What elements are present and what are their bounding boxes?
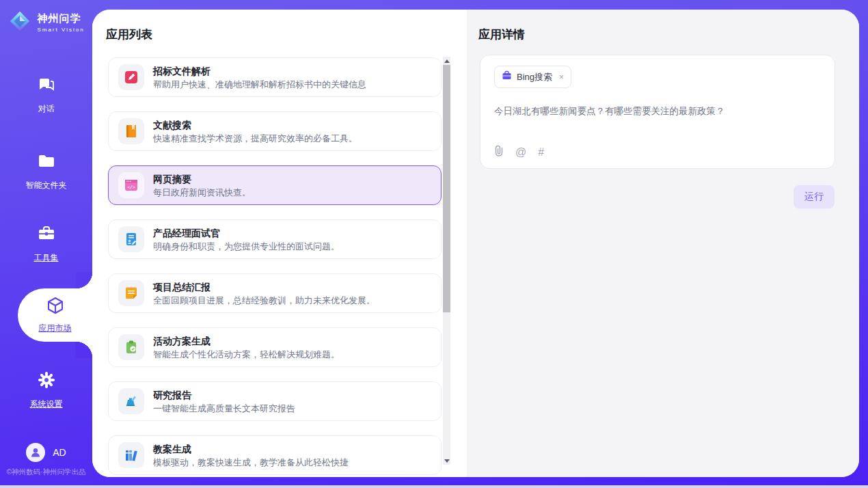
app-card-desc: 模板驱动，教案快速生成，教学准备从此轻松快捷 — [153, 458, 349, 467]
sidebar-item-settings[interactable]: 系统设置 — [0, 370, 92, 410]
app-list-panel: 应用列表 招标文件解析 帮助用户快速、准确地理解和解析招标书中的关键信息 — [92, 10, 467, 477]
app-card-desc: 智能生成个性化活动方案，轻松解决规划难题。 — [153, 350, 340, 359]
app-card-lesson-plan[interactable]: 教案生成 模板驱动，教案快速生成，教学准备从此轻松快捷 — [108, 435, 442, 475]
chat-icon — [37, 75, 56, 97]
person-doc-icon — [118, 226, 144, 252]
window-bottom-edge — [0, 485, 868, 488]
prompt-card[interactable]: Bing搜索 × 今日湖北有哪些新闻要点？有哪些需要关注的最新政策？ @ # — [480, 55, 835, 169]
ink-pen-icon — [118, 388, 144, 414]
sidebar-item-label: 工具集 — [34, 252, 59, 264]
sidebar-item-label: 系统设置 — [30, 398, 63, 410]
app-card-desc: 帮助用户快速、准确地理解和解析招标书中的关键信息 — [153, 80, 366, 89]
app-card-research-report[interactable]: 研究报告 一键智能生成高质量长文本研究报告 — [108, 381, 442, 421]
tool-tag-label: Bing搜索 — [517, 71, 552, 83]
sticky-note-icon — [118, 280, 144, 306]
app-card-project-report[interactable]: 项目总结汇报 全面回顾项目进展，总结经验教训，助力未来优化发展。 — [108, 273, 442, 313]
sidebar-item-smart-folder[interactable]: 智能文件夹 — [0, 152, 92, 191]
pen-square-icon — [118, 64, 144, 90]
brand-diamond-icon — [8, 9, 32, 36]
book-icon — [118, 118, 144, 144]
avatar — [26, 443, 45, 462]
gear-icon — [37, 370, 56, 392]
svg-text:</>: </> — [127, 185, 135, 190]
brand-logo: 神州问学 Smart Vision — [0, 9, 92, 36]
app-card-desc: 快速精准查找学术资源，提高研究效率的必备工具。 — [153, 134, 357, 143]
brand-subtitle: Smart Vision — [37, 27, 84, 33]
tool-tag-bing-search[interactable]: Bing搜索 × — [494, 66, 571, 88]
app-card-literature-search[interactable]: 文献搜索 快速精准查找学术资源，提高研究效率的必备工具。 — [108, 111, 442, 151]
app-card-title: 文献搜索 — [153, 120, 357, 130]
app-detail-title: 应用详情 — [478, 27, 525, 42]
app-detail-panel: 应用详情 Bing搜索 × 今日湖北有哪些新闻要点？有哪些需要关注的最新政策？ — [467, 10, 859, 477]
app-list-scrollbar[interactable] — [443, 57, 450, 465]
app-card-pm-interviewer[interactable]: 产品经理面试官 明确身份和职责，为您提供专业性的面试问题。 — [108, 219, 442, 259]
sidebar-item-label: 对话 — [38, 103, 55, 115]
bubble-curve-top — [76, 272, 92, 288]
user-account[interactable]: AD — [0, 443, 92, 462]
brand-name: 神州问学 — [37, 12, 84, 25]
clipboard-check-icon — [118, 334, 144, 360]
cube-icon — [46, 296, 65, 318]
scrollbar-down-arrow-icon[interactable] — [443, 457, 450, 465]
app-card-desc: 全面回顾项目进展，总结经验教训，助力未来优化发展。 — [153, 296, 375, 305]
app-card-title: 活动方案生成 — [153, 336, 340, 346]
app-card-title: 教案生成 — [153, 444, 349, 454]
folder-icon — [37, 152, 56, 174]
mention-at-icon[interactable]: @ — [515, 147, 526, 158]
run-button[interactable]: 运行 — [794, 185, 835, 208]
main-content: 应用列表 招标文件解析 帮助用户快速、准确地理解和解析招标书中的关键信息 — [92, 10, 859, 477]
paperclip-icon[interactable] — [494, 145, 504, 159]
app-card-desc: 每日政府新闻资讯快查。 — [153, 188, 251, 197]
app-card-list: 招标文件解析 帮助用户快速、准确地理解和解析招标书中的关键信息 文献搜索 快速精… — [108, 57, 442, 477]
scrollbar-thumb[interactable] — [443, 65, 450, 312]
app-card-desc: 明确身份和职责，为您提供专业性的面试问题。 — [153, 242, 340, 251]
scrollbar-up-arrow-icon[interactable] — [443, 57, 450, 65]
sidebar-item-label: 应用市场 — [39, 323, 72, 334]
sidebar-item-label: 智能文件夹 — [26, 180, 67, 191]
app-card-title: 网页摘要 — [153, 174, 251, 184]
app-card-title: 招标文件解析 — [153, 66, 366, 76]
app-list-title: 应用列表 — [106, 27, 152, 42]
sidebar: 神州问学 Smart Vision 对话 智能文件夹 — [0, 0, 92, 488]
books-icon — [118, 442, 144, 468]
app-card-bid-parse[interactable]: 招标文件解析 帮助用户快速、准确地理解和解析招标书中的关键信息 — [108, 57, 442, 97]
briefcase-icon — [502, 70, 512, 83]
toolbox-icon — [37, 224, 56, 246]
sidebar-item-toolset[interactable]: 工具集 — [0, 224, 92, 264]
app-card-desc: 一键智能生成高质量长文本研究报告 — [153, 404, 295, 413]
app-card-event-plan[interactable]: 活动方案生成 智能生成个性化活动方案，轻松解决规划难题。 — [108, 327, 442, 367]
hash-icon[interactable]: # — [538, 147, 544, 158]
prompt-text[interactable]: 今日湖北有哪些新闻要点？有哪些需要关注的最新政策？ — [494, 105, 821, 118]
tag-close-icon[interactable]: × — [559, 72, 564, 82]
sidebar-item-app-market[interactable]: 应用市场 — [18, 288, 92, 342]
sidebar-item-chat[interactable]: 对话 — [0, 75, 92, 115]
copyright-text: ©神州数码·神州问学出品 — [0, 467, 92, 477]
app-card-title: 产品经理面试官 — [153, 228, 340, 238]
browser-code-icon: </> — [118, 172, 144, 198]
app-card-title: 项目总结汇报 — [153, 282, 375, 292]
attach-toolbar: @ # — [494, 145, 544, 159]
user-name: AD — [53, 447, 66, 458]
bubble-curve-bottom — [76, 342, 92, 358]
app-card-title: 研究报告 — [153, 390, 295, 400]
brand-text: 神州问学 Smart Vision — [37, 12, 84, 33]
app-card-web-summary[interactable]: </> 网页摘要 每日政府新闻资讯快查。 — [108, 165, 442, 205]
